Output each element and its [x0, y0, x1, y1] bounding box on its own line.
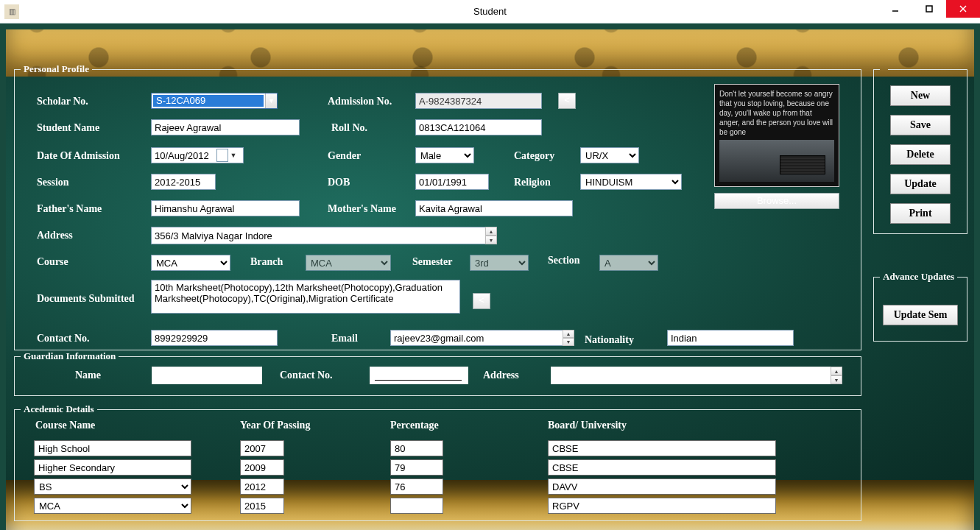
label-religion: Religion — [514, 177, 551, 188]
close-button[interactable] — [946, 0, 980, 18]
chevron-down-icon[interactable]: ▼ — [228, 152, 239, 159]
guardian-address-spinner[interactable]: ▲▼ — [831, 367, 842, 384]
svg-rect-1 — [926, 6, 932, 12]
label-section: Section — [548, 255, 580, 266]
header-year: Year Of Passing — [240, 420, 310, 431]
acad-year-2[interactable] — [240, 478, 284, 495]
gender-select[interactable]: Male — [415, 147, 474, 163]
acad-board-3[interactable] — [548, 498, 776, 514]
save-button[interactable]: Save — [890, 115, 951, 135]
branch-select: MCA — [306, 255, 391, 271]
acad-pct-0[interactable] — [390, 440, 443, 456]
address-spinner[interactable]: ▲▼ — [485, 227, 497, 244]
category-select[interactable]: UR/X — [580, 147, 639, 163]
personal-profile-group: Personal Profile Scholar No. Student Nam… — [14, 63, 861, 350]
date-of-admission-picker[interactable]: ▦ ▼ — [151, 147, 244, 163]
acad-board-2[interactable] — [548, 478, 776, 495]
window-buttons — [878, 0, 980, 18]
guardian-name-input[interactable] — [152, 367, 262, 384]
label-guardian-name: Name — [75, 370, 101, 381]
acad-board-1[interactable] — [548, 459, 776, 476]
personal-profile-legend: Personal Profile — [21, 63, 92, 75]
contact-no-input[interactable] — [151, 330, 278, 346]
roll-no-input[interactable] — [415, 119, 542, 135]
minimize-button[interactable] — [878, 0, 912, 18]
scholar-no-combo[interactable]: S-12CA069 ▼ — [151, 93, 278, 109]
acad-year-3[interactable] — [240, 498, 284, 514]
fathers-name-input[interactable] — [151, 200, 300, 216]
scholar-no-value: S-12CA069 — [153, 95, 264, 107]
label-category: Category — [514, 150, 554, 162]
header-course-name: Course Name — [35, 420, 95, 431]
documents-submitted-text[interactable]: 10th Marksheet(Photocopy),12th Marksheet… — [151, 280, 460, 314]
browse-button[interactable]: Browse... — [714, 193, 839, 209]
acad-course-1[interactable] — [34, 459, 191, 476]
label-gender: Gender — [328, 150, 361, 162]
guardian-group: Guardian Information Name Contact No. Ad… — [14, 350, 861, 396]
academic-legend: Acedemic Details — [21, 403, 97, 415]
mothers-name-input[interactable] — [415, 200, 573, 216]
calendar-icon[interactable]: ▦ — [216, 149, 228, 162]
label-date-of-admission: Date Of Admission — [37, 150, 120, 162]
label-nationality: Nationality — [585, 334, 634, 346]
session-input[interactable] — [151, 174, 216, 190]
label-guardian-address: Address — [483, 370, 519, 381]
update-button[interactable]: Update — [890, 174, 951, 194]
acad-year-1[interactable] — [240, 459, 284, 476]
photo-box: Don't let yourself become so angry that … — [714, 84, 839, 187]
documents-less-button[interactable]: < — [473, 293, 490, 309]
admission-no-input — [415, 93, 542, 109]
address-input[interactable] — [151, 227, 485, 244]
dob-input[interactable] — [415, 174, 489, 190]
label-student-name: Student Name — [37, 122, 99, 134]
delete-button[interactable]: Delete — [890, 144, 951, 165]
course-select[interactable]: MCA — [151, 255, 230, 271]
header-percentage: Percentage — [390, 420, 439, 431]
label-fathers-name: Father's Name — [37, 203, 102, 215]
new-button[interactable]: New — [890, 85, 951, 106]
label-address: Address — [37, 230, 73, 241]
email-spinner[interactable]: ▲▼ — [563, 330, 574, 346]
label-admission-no: Admission No. — [328, 96, 392, 107]
chevron-down-icon: ▼ — [265, 93, 277, 108]
label-documents-submitted: Documents Submitted — [37, 293, 135, 305]
acad-pct-2[interactable] — [390, 478, 443, 495]
acad-year-0[interactable] — [240, 440, 284, 456]
address-combo[interactable]: ▲▼ — [151, 227, 497, 244]
semester-select: 3rd — [470, 255, 529, 271]
sidebar-group: . New Save Delete Update Print — [873, 63, 967, 234]
email-input[interactable] — [390, 330, 563, 346]
label-course: Course — [37, 256, 68, 268]
update-sem-button[interactable]: Update Sem — [883, 305, 958, 325]
app-icon: ▥ — [4, 4, 19, 19]
window-title: Student — [473, 6, 507, 17]
acad-pct-3[interactable] — [390, 498, 443, 514]
photo-quote: Don't let yourself become so angry that … — [719, 89, 834, 137]
religion-select[interactable]: HINDUISM — [580, 174, 682, 190]
student-name-input[interactable] — [151, 119, 300, 135]
label-session: Session — [37, 177, 69, 188]
maximize-button[interactable] — [912, 0, 946, 18]
header-board: Board/ University — [548, 420, 627, 431]
section-select: A — [599, 255, 658, 271]
titlebar: ▥ Student — [0, 0, 980, 24]
email-combo[interactable]: ▲▼ — [390, 330, 574, 346]
print-button[interactable]: Print — [890, 203, 951, 224]
admission-less-button[interactable]: < — [558, 93, 576, 109]
acad-course-2[interactable]: BS — [34, 478, 191, 495]
guardian-address-input[interactable] — [551, 367, 842, 384]
acad-course-0[interactable] — [34, 440, 191, 456]
nationality-input[interactable] — [667, 330, 794, 346]
advance-updates-legend: Advance Updates — [880, 271, 957, 283]
acad-course-3[interactable]: MCA — [34, 498, 191, 514]
label-contact-no: Contact No. — [37, 333, 90, 344]
acad-pct-1[interactable] — [390, 459, 443, 476]
date-of-admission-input[interactable] — [152, 149, 216, 162]
label-dob: DOB — [328, 177, 350, 188]
label-scholar-no: Scholar No. — [37, 96, 88, 107]
acad-board-0[interactable] — [548, 440, 776, 456]
advance-updates-group: Advance Updates Update Sem — [873, 271, 967, 342]
academic-group: Acedemic Details Course Name Year Of Pas… — [14, 403, 861, 521]
label-guardian-contact: Contact No. — [280, 370, 333, 381]
guardian-contact-input[interactable] — [370, 367, 468, 384]
